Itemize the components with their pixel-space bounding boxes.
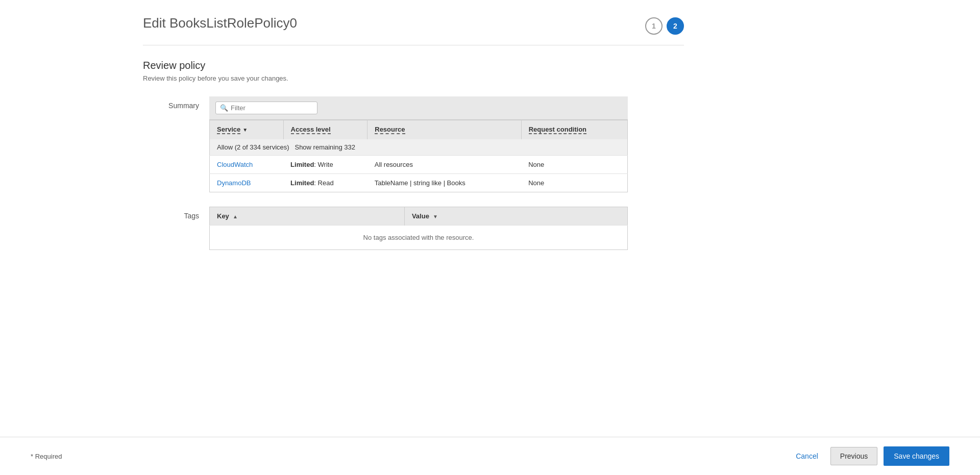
service-dropdown-icon[interactable]: ▼: [242, 127, 248, 133]
value-column-header: Value ▼: [404, 207, 627, 226]
no-tags-row: No tags associated with the resource.: [210, 226, 628, 250]
table-row: CloudWatch Limited: Write All resources …: [210, 156, 628, 174]
tags-table: Key ▲ Value ▼ No tags associated with th…: [209, 207, 628, 250]
summary-content: 🔍 Service ▼: [209, 96, 628, 192]
cancel-button[interactable]: Cancel: [790, 448, 824, 464]
step-1-circle: 1: [645, 17, 663, 35]
save-changes-button[interactable]: Save changes: [884, 446, 949, 466]
dynamodb-condition: None: [521, 174, 627, 192]
cloudwatch-access: Limited: Write: [283, 156, 368, 174]
main-content: Edit BooksListRolePolicy0 1 2 Review pol…: [0, 0, 715, 280]
cloudwatch-link[interactable]: CloudWatch: [217, 161, 253, 168]
cloudwatch-condition: None: [521, 156, 627, 174]
key-sort-icon: ▲: [233, 214, 238, 219]
steps-indicator: 1 2: [645, 17, 684, 35]
request-condition-column-header: Request condition: [521, 120, 627, 140]
page-header: Edit BooksListRolePolicy0 1 2: [143, 15, 684, 35]
header-divider: [143, 45, 684, 45]
footer-bar: * Required Cancel Previous Save changes: [0, 437, 980, 475]
table-row: DynamoDB Limited: Read TableName | strin…: [210, 174, 628, 192]
footer-actions: Cancel Previous Save changes: [790, 446, 949, 466]
allow-row: Allow (2 of 334 services) Show remaining…: [210, 139, 628, 156]
dynamodb-resource: TableName | string like | Books: [368, 174, 521, 192]
summary-label: Summary: [143, 96, 209, 192]
dynamodb-link[interactable]: DynamoDB: [217, 179, 251, 187]
tags-label: Tags: [143, 207, 209, 250]
filter-input-wrapper[interactable]: 🔍: [215, 102, 317, 114]
previous-button[interactable]: Previous: [830, 447, 877, 465]
page-title: Edit BooksListRolePolicy0: [143, 15, 297, 31]
filter-bar: 🔍: [209, 96, 628, 120]
dynamodb-access: Limited: Read: [283, 174, 368, 192]
tags-content: Key ▲ Value ▼ No tags associated with th…: [209, 207, 628, 250]
key-column-header: Key ▲: [210, 207, 405, 226]
access-level-column-header: Access level: [283, 120, 368, 140]
no-tags-message: No tags associated with the resource.: [210, 226, 628, 250]
show-remaining-link[interactable]: Show remaining 332: [295, 143, 355, 151]
filter-input[interactable]: [231, 104, 312, 112]
service-column-header: Service ▼: [210, 120, 284, 140]
value-sort-icon: ▼: [433, 214, 438, 219]
required-label: * Required: [31, 453, 62, 460]
page-wrapper: Edit BooksListRolePolicy0 1 2 Review pol…: [0, 0, 980, 475]
summary-table: Service ▼ Access level Resource: [209, 120, 628, 192]
allow-text: Allow (2 of 334 services): [217, 143, 289, 151]
cloudwatch-resource: All resources: [368, 156, 521, 174]
tags-row: Tags Key ▲ Value ▼: [143, 207, 684, 250]
review-description: Review this policy before you save your …: [143, 74, 684, 82]
step-2-circle: 2: [667, 17, 684, 35]
resource-column-header: Resource: [368, 120, 521, 140]
review-title: Review policy: [143, 60, 684, 71]
summary-row: Summary 🔍 Service: [143, 96, 684, 192]
search-icon: 🔍: [220, 104, 228, 112]
